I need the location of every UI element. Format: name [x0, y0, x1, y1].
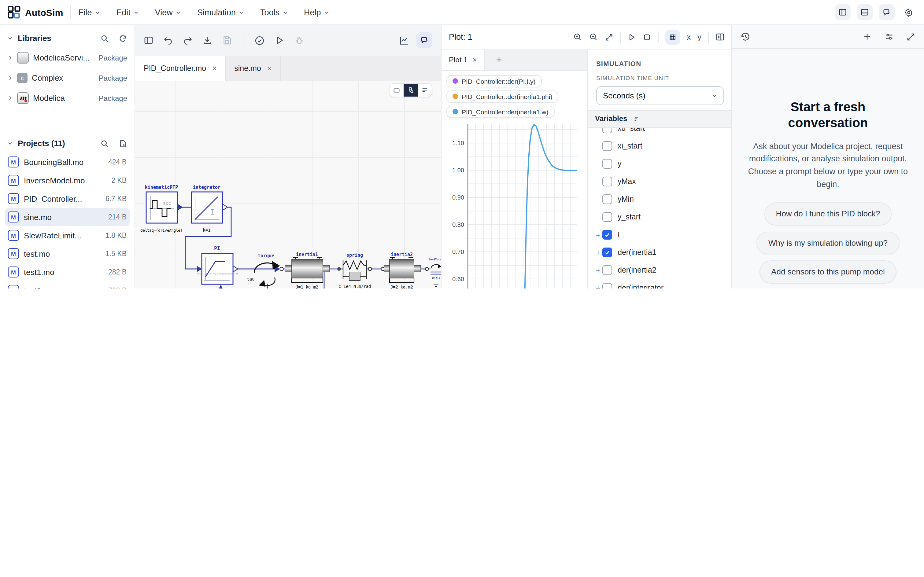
expander-toggle[interactable]: + — [594, 248, 603, 257]
toggle-bottom-panel-button[interactable] — [857, 4, 872, 20]
variable-checkbox[interactable] — [603, 177, 612, 187]
menu-file[interactable]: File — [79, 8, 100, 17]
plot-zoom-in-button[interactable] — [573, 33, 582, 42]
new-chat-button[interactable] — [862, 32, 872, 42]
project-item-inversemodelmo[interactable]: MInverseModel.mo2 KB — [5, 171, 130, 190]
settings-button[interactable] — [901, 4, 917, 20]
prompt-suggestion[interactable]: Add sensors to this pump model — [759, 261, 896, 284]
icon-view-button[interactable] — [389, 84, 404, 97]
editor-tab-pidcontrollermo[interactable]: PID_Controller.mo× — [135, 56, 226, 81]
menu-tools[interactable]: Tools — [260, 8, 288, 17]
chevron-right-icon[interactable] — [7, 55, 13, 61]
variable-row-ymax[interactable]: yMax — [588, 173, 733, 191]
expander-toggle[interactable]: + — [594, 284, 603, 288]
add-plot-button[interactable] — [491, 50, 507, 70]
project-item-test1mo[interactable]: Mtest1.mo282 B — [5, 263, 130, 281]
menu-simulation[interactable]: Simulation — [197, 8, 244, 17]
close-icon[interactable]: × — [267, 64, 271, 73]
inertia1-block[interactable]: inertia1 J=1 kg.m2 — [285, 252, 330, 288]
menu-help[interactable]: Help — [304, 8, 330, 17]
prompt-suggestion[interactable]: Why is my simulation blowing up? — [757, 231, 899, 254]
inertia2-block[interactable]: inertia2 J=2 kg.m2 — [384, 252, 421, 288]
variable-row-y[interactable]: y — [588, 155, 733, 173]
project-item-bouncingballmo[interactable]: MBouncingBall.mo424 B — [5, 153, 130, 171]
plot-side-panel-button[interactable] — [716, 33, 725, 42]
loadtorque-block[interactable]: loadTorque 10 N.m — [429, 258, 441, 287]
variables-list[interactable]: xd_startxi_startyyMaxyMiny_start+I+der(i… — [588, 128, 733, 288]
filter-icon[interactable] — [633, 116, 640, 122]
plot-x-axis-button[interactable]: x — [687, 33, 691, 42]
variable-row-i[interactable]: +I — [588, 226, 733, 244]
plot-grid-button[interactable] — [666, 30, 680, 45]
new-file-icon[interactable] — [119, 139, 127, 148]
library-item-modelicaservi[interactable]: ModelicaServi...Package — [0, 48, 134, 68]
chat-history-button[interactable] — [741, 32, 750, 42]
variable-checkbox[interactable] — [603, 230, 612, 240]
plot-zoom-out-button[interactable] — [589, 33, 598, 42]
projects-header[interactable]: Projects (11) — [0, 130, 134, 153]
chevron-right-icon[interactable] — [7, 95, 13, 101]
torque-source[interactable]: torque tau — [247, 253, 283, 288]
variable-checkbox[interactable] — [603, 248, 612, 258]
text-view-button[interactable] — [418, 84, 432, 97]
download-button[interactable] — [202, 35, 212, 45]
project-item-sinemo[interactable]: Msine.mo214 B — [5, 208, 130, 226]
project-item-test2mo[interactable]: Mtest2.mo708 B — [5, 281, 130, 288]
projects-search-icon[interactable] — [100, 139, 109, 148]
close-icon[interactable]: × — [212, 64, 216, 73]
pi-controller-block[interactable]: Modelica.Blocks.Types.SimpleController.P… — [197, 245, 238, 284]
expander-toggle[interactable]: + — [594, 266, 603, 275]
save-button[interactable] — [222, 35, 232, 45]
variable-checkbox[interactable] — [603, 195, 612, 205]
chevron-right-icon[interactable] — [7, 75, 13, 81]
toggle-ai-chat-button[interactable] — [879, 4, 895, 20]
plot-play-button[interactable] — [627, 33, 636, 42]
spring-damper-block[interactable]: spring c=1e4 N.m/rad d=100 N.m.s/rad — [336, 253, 374, 288]
toggle-sidebar-button[interactable] — [144, 35, 153, 45]
project-item-slewratelimit[interactable]: MSlewRateLimit...1.8 KB — [5, 226, 130, 245]
redo-button[interactable] — [183, 35, 193, 45]
legend-item[interactable]: PID_Controller::der(PI.I.y) — [446, 75, 542, 87]
line-chart[interactable]: 0.000.100.200.300.400.500.600.700.800.90… — [441, 118, 587, 288]
legend-item[interactable]: PID_Controller::der(inertia1.phi) — [446, 90, 558, 103]
menu-edit[interactable]: Edit — [116, 8, 139, 17]
menu-view[interactable]: View — [155, 8, 181, 17]
plot-results-button[interactable] — [399, 35, 409, 45]
variable-row-xistart[interactable]: xi_start — [588, 137, 733, 155]
project-item-pidcontroller[interactable]: MPID_Controller...6.7 KB — [5, 190, 130, 208]
toggle-left-panel-button[interactable] — [835, 4, 851, 20]
variable-row-derinertia2[interactable]: +der(inertia2 — [588, 262, 733, 279]
plot-tab[interactable]: Plot 1 × — [441, 50, 485, 70]
run-simulation-button[interactable] — [275, 35, 284, 45]
chat-settings-button[interactable] — [884, 32, 894, 42]
debug-button[interactable] — [294, 35, 305, 45]
variable-checkbox[interactable] — [603, 213, 612, 222]
close-icon[interactable]: × — [472, 56, 477, 64]
time-unit-select[interactable]: Seconds (s) — [596, 86, 724, 105]
variable-row-ymin[interactable]: yMin — [588, 191, 733, 208]
library-item-modelica[interactable]: mModelicaPackage — [0, 88, 134, 108]
variable-row-xdstart[interactable]: xd_start — [588, 128, 733, 137]
variable-checkbox[interactable] — [603, 142, 612, 151]
libraries-refresh-icon[interactable] — [119, 34, 127, 42]
check-model-button[interactable] — [254, 35, 265, 45]
plot-stop-button[interactable] — [643, 33, 651, 42]
undo-button[interactable] — [163, 35, 173, 45]
libraries-header[interactable]: Libraries — [0, 25, 134, 48]
variable-checkbox[interactable] — [603, 159, 612, 169]
editor-tab-sinemo[interactable]: sine.mo× — [226, 56, 281, 81]
library-item-complex[interactable]: cComplexPackage — [0, 68, 134, 88]
variable-checkbox[interactable] — [603, 266, 612, 276]
plot-y-axis-button[interactable]: y — [698, 33, 701, 42]
variable-row-derintegrator[interactable]: +der(integrator — [588, 279, 733, 288]
chat-expand-button[interactable] — [906, 32, 916, 41]
plot-expand-button[interactable] — [605, 33, 613, 42]
variable-row-derinertia1[interactable]: +der(inertia1 — [588, 244, 733, 262]
editor-ai-chat-button[interactable] — [417, 32, 432, 48]
variable-checkbox[interactable] — [603, 283, 612, 288]
diagram-view-button[interactable] — [404, 84, 418, 97]
diagram-canvas[interactable]: acc kinematicPTP deltaq={driveAngle} — [135, 81, 441, 288]
libraries-search-icon[interactable] — [100, 34, 109, 42]
variable-checkbox[interactable] — [603, 128, 612, 134]
legend-item[interactable]: PID_Controller::der(inertia1.w) — [446, 106, 555, 118]
